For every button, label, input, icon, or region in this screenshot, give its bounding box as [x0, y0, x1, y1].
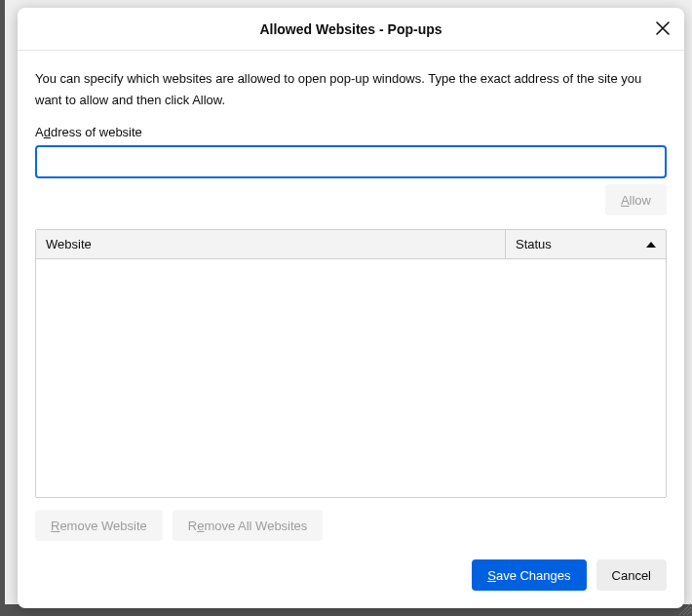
dialog-body: You can specify which websites are allow… [18, 51, 684, 546]
sort-asc-icon [646, 242, 656, 248]
close-button[interactable] [649, 16, 676, 43]
remove-all-websites-button[interactable]: Remove All Websites [173, 510, 324, 541]
svg-line-2 [687, 611, 691, 615]
address-label: Address of website [35, 125, 667, 139]
dialog-description: You can specify which websites are allow… [35, 68, 667, 111]
remove-website-button[interactable]: Remove Website [35, 510, 163, 541]
allow-button[interactable]: Allow [605, 184, 667, 215]
table-body [36, 259, 666, 497]
address-input[interactable] [35, 145, 667, 178]
svg-line-1 [683, 607, 691, 615]
dialog-footer: Save Changes Cancel [18, 546, 684, 608]
websites-table: Website Status [35, 229, 667, 498]
popups-exceptions-dialog: Allowed Websites - Pop-ups You can speci… [18, 8, 684, 608]
table-header: Website Status [36, 230, 666, 259]
cancel-button[interactable]: Cancel [596, 559, 667, 591]
resize-grip-icon[interactable] [676, 600, 692, 616]
dialog-header: Allowed Websites - Pop-ups [18, 8, 684, 51]
close-icon [656, 21, 670, 38]
dialog-title: Allowed Websites - Pop-ups [259, 21, 442, 37]
save-changes-button[interactable]: Save Changes [472, 559, 586, 591]
column-status[interactable]: Status [506, 230, 666, 258]
column-website[interactable]: Website [36, 230, 506, 258]
